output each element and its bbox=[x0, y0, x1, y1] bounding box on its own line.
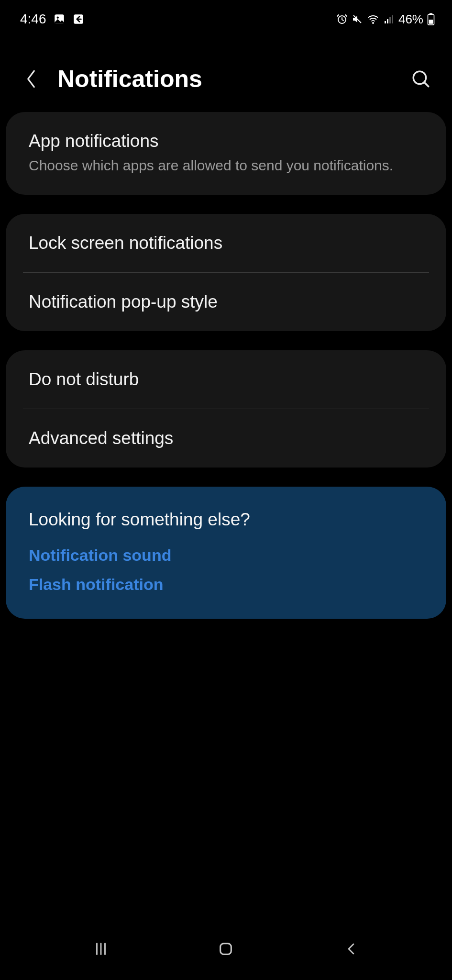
svg-point-1 bbox=[56, 17, 58, 19]
svg-rect-18 bbox=[220, 944, 232, 955]
signal-icon bbox=[383, 13, 395, 25]
svg-rect-11 bbox=[430, 13, 433, 15]
wifi-icon bbox=[367, 13, 379, 25]
card-lockscreen: Lock screen notifications Notification p… bbox=[6, 214, 446, 331]
status-bar: 4:46 46% bbox=[0, 0, 452, 32]
android-nav-bar bbox=[0, 927, 452, 980]
item-notification-popup-style[interactable]: Notification pop-up style bbox=[6, 273, 446, 331]
page-title: Notifications bbox=[57, 65, 395, 93]
status-left: 4:46 bbox=[20, 11, 85, 27]
svg-rect-6 bbox=[385, 21, 386, 23]
content: App notifications Choose which apps are … bbox=[0, 112, 452, 619]
card-dnd: Do not disturb Advanced settings bbox=[6, 350, 446, 468]
status-time: 4:46 bbox=[20, 11, 46, 27]
item-do-not-disturb[interactable]: Do not disturb bbox=[6, 350, 446, 409]
svg-rect-12 bbox=[429, 20, 433, 24]
svg-rect-7 bbox=[387, 19, 388, 23]
nav-recents-button[interactable] bbox=[82, 935, 120, 963]
battery-icon bbox=[427, 13, 435, 25]
status-right: 46% bbox=[336, 12, 435, 27]
item-app-notifications[interactable]: App notifications Choose which apps are … bbox=[6, 112, 446, 195]
nav-home-button[interactable] bbox=[207, 935, 245, 963]
item-subtitle: Choose which apps are allowed to send yo… bbox=[29, 156, 423, 176]
back-button[interactable] bbox=[19, 67, 43, 91]
svg-rect-8 bbox=[389, 17, 391, 23]
battery-text: 46% bbox=[398, 12, 423, 27]
alarm-icon bbox=[336, 13, 348, 25]
link-notification-sound[interactable]: Notification sound bbox=[29, 546, 423, 565]
svg-line-14 bbox=[424, 82, 429, 87]
svg-point-5 bbox=[373, 22, 374, 23]
card-app-notifications: App notifications Choose which apps are … bbox=[6, 112, 446, 195]
link-flash-notification[interactable]: Flash notification bbox=[29, 575, 423, 594]
svg-rect-9 bbox=[392, 15, 393, 23]
search-button[interactable] bbox=[409, 67, 433, 91]
mute-icon bbox=[352, 13, 363, 25]
item-lock-screen-notifications[interactable]: Lock screen notifications bbox=[6, 214, 446, 272]
item-title: App notifications bbox=[29, 131, 423, 151]
nav-back-button[interactable] bbox=[332, 935, 370, 963]
item-advanced-settings[interactable]: Advanced settings bbox=[6, 409, 446, 468]
notification-app-icon bbox=[72, 13, 85, 25]
item-title: Do not disturb bbox=[29, 369, 423, 390]
item-title: Lock screen notifications bbox=[29, 233, 423, 253]
gallery-icon bbox=[53, 13, 66, 25]
item-title: Notification pop-up style bbox=[29, 292, 423, 312]
suggestion-card: Looking for something else? Notification… bbox=[6, 487, 446, 619]
header: Notifications bbox=[0, 32, 452, 112]
item-title: Advanced settings bbox=[29, 428, 423, 448]
suggestion-title: Looking for something else? bbox=[29, 510, 423, 530]
